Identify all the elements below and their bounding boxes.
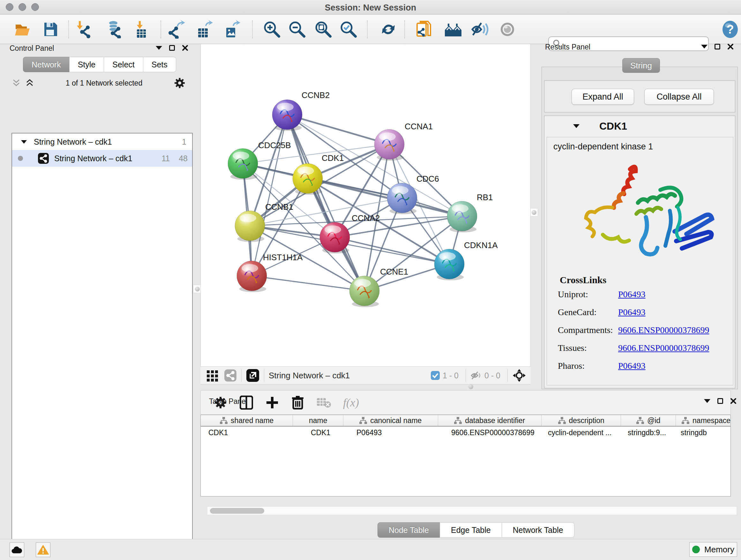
open-session-icon[interactable] xyxy=(13,20,32,39)
network-node-cdc6[interactable] xyxy=(387,183,417,214)
network-node-rb1[interactable] xyxy=(447,201,477,233)
network-node-hist1h1a[interactable] xyxy=(237,261,267,292)
network-node-cdkn1a[interactable] xyxy=(434,249,464,280)
import-network-file-icon[interactable] xyxy=(74,20,93,39)
grid-view-icon[interactable] xyxy=(206,369,219,382)
show-hide-enrichment-icon[interactable] xyxy=(470,20,489,39)
warning-button[interactable] xyxy=(36,543,51,557)
cell-namespace[interactable]: stringdb xyxy=(677,428,731,437)
tab-style[interactable]: Style xyxy=(69,57,105,72)
add-column-icon[interactable] xyxy=(265,395,279,410)
crosslink-tissues[interactable]: 9606.ENSP00000378699 xyxy=(618,343,709,353)
network-edge[interactable] xyxy=(335,237,449,264)
network-edge[interactable] xyxy=(287,115,364,291)
import-network-database-icon[interactable] xyxy=(105,20,124,39)
tab-edge-table[interactable]: Edge Table xyxy=(440,522,502,538)
memory-button[interactable]: Memory xyxy=(689,542,737,557)
network-node-cdk1[interactable] xyxy=(293,164,323,195)
cloud-button[interactable] xyxy=(10,543,24,557)
panel-collapse-icon[interactable] xyxy=(704,399,711,403)
network-node-ccne1[interactable] xyxy=(349,276,380,307)
panel-float-icon[interactable] xyxy=(715,44,720,50)
refresh-icon[interactable] xyxy=(379,20,398,39)
panel-collapse-icon[interactable] xyxy=(701,45,708,49)
crosslink-pharos[interactable]: P06493 xyxy=(618,361,646,371)
save-session-icon[interactable] xyxy=(41,20,60,39)
panel-close-icon[interactable] xyxy=(727,44,734,50)
string-home-icon[interactable] xyxy=(444,20,463,39)
cell-name[interactable]: CDK1 xyxy=(293,428,344,437)
export-table-icon[interactable] xyxy=(195,20,214,39)
selected-checkbox-icon[interactable] xyxy=(430,371,440,380)
panel-float-icon[interactable] xyxy=(169,45,175,51)
network-edge[interactable] xyxy=(308,179,462,216)
network-badge-icon[interactable] xyxy=(224,369,237,382)
zoom-selected-icon[interactable] xyxy=(339,20,358,39)
network-row[interactable]: String Network – cdk1 11 48 xyxy=(12,150,192,167)
tab-network[interactable]: Network xyxy=(23,57,70,72)
column-header[interactable]: database identifier xyxy=(438,415,542,426)
cell-description[interactable]: cyclin-dependent ... xyxy=(542,428,622,437)
panel-close-icon[interactable] xyxy=(730,398,737,404)
collapse-all-button[interactable]: Collapse All xyxy=(644,89,714,105)
crosslink-compartments[interactable]: 9606.ENSP00000378699 xyxy=(618,325,709,335)
column-header[interactable]: namespace xyxy=(676,415,731,426)
network-node-cdc25b[interactable] xyxy=(228,148,258,180)
import-table-file-icon[interactable] xyxy=(132,20,151,39)
horizontal-splitter-handle[interactable] xyxy=(467,384,475,389)
section-collapse-icon[interactable] xyxy=(573,124,580,128)
zoom-out-icon[interactable] xyxy=(287,20,307,39)
cell-canonical-name[interactable]: P06493 xyxy=(344,428,439,437)
table-row[interactable]: CDK1 CDK1 P06493 9606.ENSP00000378699 cy… xyxy=(201,427,731,439)
panel-collapse-icon[interactable] xyxy=(156,46,162,50)
crosslink-genecard[interactable]: P06493 xyxy=(618,307,646,317)
network-node-ccnb2[interactable] xyxy=(272,100,302,131)
cell-id[interactable]: stringdb:9... xyxy=(622,428,677,437)
node-label-cdk1: CDK1 xyxy=(322,153,344,163)
network-graph[interactable]: CCNB2CCNA1CDC25BCDK1CDC6RB1CCNB1CCNA2CDK… xyxy=(201,44,531,367)
zoom-fit-icon[interactable] xyxy=(314,20,333,39)
detach-view-icon[interactable] xyxy=(246,369,259,382)
delete-column-icon[interactable] xyxy=(291,395,304,410)
export-image-icon[interactable] xyxy=(223,20,242,39)
network-node-ccna2[interactable] xyxy=(320,222,350,253)
toolbar-separator xyxy=(367,20,367,38)
network-options-gear-icon[interactable] xyxy=(174,77,186,89)
scrollbar-thumb[interactable] xyxy=(210,508,264,514)
zoom-in-icon[interactable] xyxy=(262,20,281,39)
tab-string[interactable]: String xyxy=(622,58,660,73)
panel-float-icon[interactable] xyxy=(718,398,723,404)
expand-all-button[interactable]: Expand All xyxy=(571,89,634,105)
expand-all-chevron-icon[interactable] xyxy=(25,79,35,87)
tab-sets[interactable]: Sets xyxy=(143,57,176,72)
tab-network-table[interactable]: Network Table xyxy=(502,522,575,538)
help-icon[interactable]: ? xyxy=(721,20,740,39)
network-node-ccnb1[interactable] xyxy=(235,211,265,242)
network-edge[interactable] xyxy=(287,115,389,144)
export-network-icon[interactable] xyxy=(167,20,187,39)
column-header[interactable]: name xyxy=(293,415,343,426)
network-edge[interactable] xyxy=(252,276,364,291)
collapse-all-chevron-icon[interactable] xyxy=(11,79,21,87)
network-collection-row[interactable]: String Network – cdk1 1 xyxy=(12,133,192,150)
column-header[interactable]: shared name xyxy=(201,415,293,426)
gene-section: CDK1 cyclin-dependent kinase 1 xyxy=(544,116,735,388)
cell-shared-name[interactable]: CDK1 xyxy=(201,428,293,437)
network-node-ccna1[interactable] xyxy=(374,129,404,161)
column-header[interactable]: canonical name xyxy=(343,415,438,426)
network-canvas[interactable]: CCNB2CCNA1CDC25BCDK1CDC6RB1CCNB1CCNA2CDK… xyxy=(200,44,531,367)
tree-expand-icon[interactable] xyxy=(21,140,27,144)
tab-node-table[interactable]: Node Table xyxy=(378,522,440,538)
column-header[interactable]: description xyxy=(542,415,621,426)
cell-database-identifier[interactable]: 9606.ENSP00000378699 xyxy=(439,428,542,437)
crosslink-uniprot[interactable]: P06493 xyxy=(618,289,646,300)
tab-select[interactable]: Select xyxy=(104,57,143,72)
node-table[interactable]: shared name name canonical name database… xyxy=(200,415,731,496)
gene-section-header[interactable]: CDK1 xyxy=(544,116,735,136)
column-header[interactable]: @id xyxy=(621,415,676,426)
control-panel: Control Panel Network Style Select Sets … xyxy=(3,46,191,531)
share-document-icon[interactable] xyxy=(415,20,434,39)
birds-eye-icon[interactable] xyxy=(512,368,526,382)
table-horizontal-scrollbar[interactable] xyxy=(207,506,737,515)
panel-close-icon[interactable] xyxy=(182,45,188,51)
